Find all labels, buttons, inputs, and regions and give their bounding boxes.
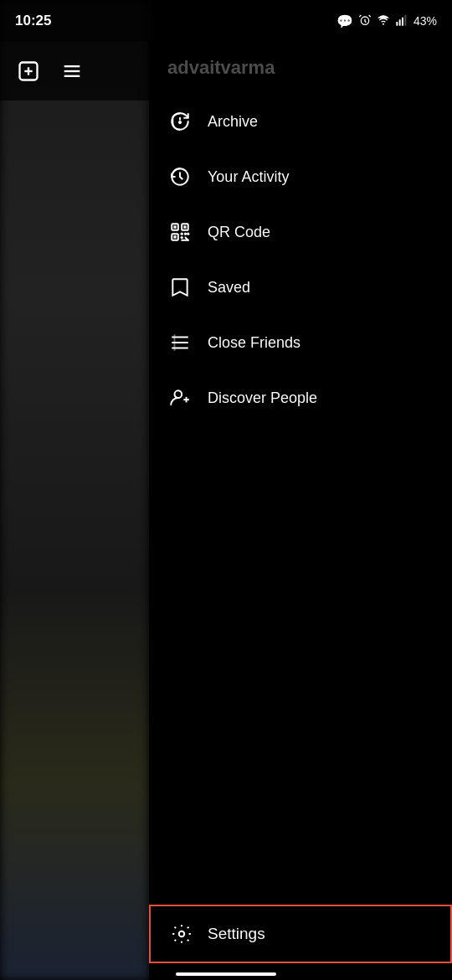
discover-people-label: Discover People	[208, 389, 317, 407]
menu-item-your-activity[interactable]: Your Activity	[149, 149, 452, 204]
new-post-icon[interactable]	[13, 56, 44, 86]
menu-item-archive[interactable]: Archive	[149, 94, 452, 149]
status-icons: 💬	[336, 13, 437, 29]
svg-point-1	[383, 23, 384, 24]
menu-item-qr-code[interactable]: QR Code	[149, 204, 452, 260]
menu-item-discover-people[interactable]: Discover People	[149, 370, 452, 426]
svg-rect-19	[173, 235, 176, 238]
settings-button[interactable]: Settings	[149, 905, 452, 963]
svg-point-12	[179, 121, 181, 123]
activity-icon	[167, 164, 193, 189]
menu-item-saved[interactable]: Saved	[149, 260, 452, 315]
settings-icon	[169, 921, 194, 946]
toolbar	[0, 42, 452, 101]
hamburger-icon[interactable]	[57, 56, 87, 86]
home-indicator	[176, 972, 276, 976]
saved-label: Saved	[208, 279, 250, 297]
saved-icon	[167, 275, 193, 300]
close-friends-label: Close Friends	[208, 334, 300, 352]
settings-label: Settings	[208, 925, 265, 943]
wifi-icon	[377, 13, 390, 29]
archive-label: Archive	[208, 113, 258, 131]
svg-rect-3	[399, 19, 401, 25]
archive-icon	[167, 109, 193, 134]
svg-point-31	[175, 390, 182, 398]
qr-icon	[167, 219, 193, 245]
discover-icon	[167, 385, 193, 410]
svg-rect-15	[173, 225, 176, 228]
whatsapp-icon: 💬	[336, 13, 353, 29]
menu-list: Archive Your Activity	[149, 87, 452, 980]
svg-rect-5	[404, 15, 406, 26]
menu-item-close-friends[interactable]: Close Friends	[149, 315, 452, 370]
svg-rect-2	[396, 22, 398, 26]
status-time: 10:25	[15, 13, 51, 29]
status-bar: 10:25 💬	[0, 0, 452, 42]
svg-rect-17	[183, 225, 186, 228]
right-drawer: advaitvarma Archive	[149, 42, 452, 980]
signal-icon	[395, 13, 408, 29]
status-battery: 43%	[413, 14, 437, 28]
qr-code-label: QR Code	[208, 224, 270, 241]
alarm-icon	[358, 13, 372, 29]
left-blurred-panel	[0, 0, 149, 980]
your-activity-label: Your Activity	[208, 168, 289, 186]
svg-point-34	[179, 931, 185, 937]
svg-rect-4	[402, 17, 403, 25]
close-friends-icon	[167, 330, 193, 355]
